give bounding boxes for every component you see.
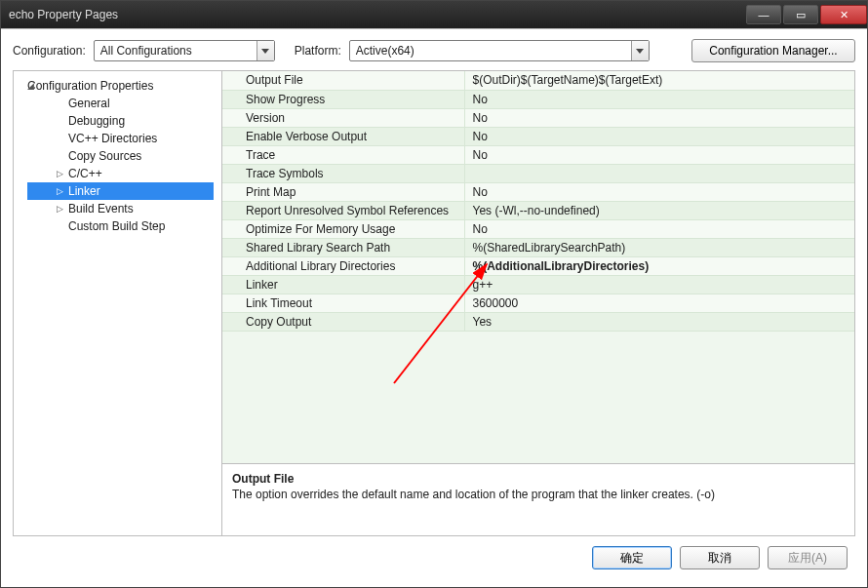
property-value[interactable]: Yes	[464, 312, 854, 331]
property-value[interactable]: No	[464, 219, 854, 238]
property-name: Report Unresolved Symbol References	[222, 201, 464, 219]
property-name: Version	[222, 108, 464, 127]
property-row-additional-lib-dirs[interactable]: Additional Library Directories%(Addition…	[222, 256, 854, 275]
tree-item-label: Build Events	[68, 202, 134, 216]
minimize-button[interactable]: —	[746, 5, 781, 24]
property-row-trace-symbols[interactable]: Trace Symbols	[222, 164, 854, 182]
cancel-button[interactable]: 取消	[680, 546, 760, 569]
property-name: Trace	[222, 145, 464, 164]
property-row-unresolved-references[interactable]: Report Unresolved Symbol ReferencesYes (…	[222, 201, 854, 219]
configuration-combo[interactable]: All Configurations	[94, 40, 275, 61]
property-row-optimize-memory[interactable]: Optimize For Memory UsageNo	[222, 219, 854, 238]
help-title: Output File	[232, 472, 845, 486]
nav-tree[interactable]: ◢ Configuration Properties General Debug…	[14, 71, 222, 535]
tree-item-label: Custom Build Step	[68, 219, 165, 233]
expander-expand-icon[interactable]: ▷	[55, 204, 64, 214]
property-row-show-progress[interactable]: Show ProgressNo	[222, 90, 854, 108]
property-name: Link Timeout	[222, 294, 464, 312]
property-name: Enable Verbose Output	[222, 127, 464, 145]
property-value[interactable]: $(OutDir)$(TargetName)$(TargetExt)	[464, 71, 854, 90]
property-value[interactable]: Yes (-Wl,--no-undefined)	[464, 201, 854, 219]
tree-item-label: General	[68, 97, 110, 110]
window-titlebar: echo Property Pages — ▭ ✕	[1, 1, 867, 28]
property-value[interactable]: No	[464, 108, 854, 127]
platform-combo[interactable]: Active(x64)	[349, 40, 650, 61]
tree-item-label: Copy Sources	[68, 149, 141, 163]
property-name: Print Map	[222, 182, 464, 201]
configuration-combo-value: All Configurations	[95, 44, 198, 58]
platform-combo-value: Active(x64)	[350, 44, 420, 58]
tree-item-label: Configuration Properties	[27, 79, 153, 93]
tree-item-vcpp-directories[interactable]: VC++ Directories	[27, 130, 214, 147]
configuration-label: Configuration:	[13, 44, 86, 58]
tree-item-custom-build-step[interactable]: Custom Build Step	[27, 217, 214, 235]
property-grid[interactable]: Output File$(OutDir)$(TargetName)$(Targe…	[222, 71, 854, 463]
window-title: echo Property Pages	[9, 8, 744, 21]
help-panel: Output File The option overrides the def…	[222, 463, 854, 535]
expander-expand-icon[interactable]: ▷	[55, 186, 64, 196]
property-row-copy-output[interactable]: Copy OutputYes	[222, 312, 854, 331]
property-name: Shared Library Search Path	[222, 238, 464, 256]
chevron-down-icon	[631, 41, 649, 60]
property-value[interactable]: 3600000	[464, 294, 854, 312]
property-name: Additional Library Directories	[222, 256, 464, 275]
tree-item-general[interactable]: General	[27, 95, 214, 112]
property-value[interactable]: No	[464, 145, 854, 164]
property-name: Output File	[222, 71, 464, 90]
platform-label: Platform:	[295, 44, 341, 58]
tree-item-label: C/C++	[68, 167, 102, 180]
property-row-trace[interactable]: TraceNo	[222, 145, 854, 164]
property-name: Copy Output	[222, 312, 464, 331]
property-value[interactable]: No	[464, 90, 854, 108]
help-body: The option overrides the default name an…	[232, 488, 845, 501]
property-row-output-file[interactable]: Output File$(OutDir)$(TargetName)$(Targe…	[222, 71, 854, 90]
property-row-shared-lib-path[interactable]: Shared Library Search Path%(SharedLibrar…	[222, 238, 854, 256]
property-value[interactable]: %(AdditionalLibraryDirectories)	[464, 256, 854, 275]
maximize-button[interactable]: ▭	[783, 5, 818, 24]
property-value[interactable]	[464, 164, 854, 182]
apply-button[interactable]: 应用(A)	[768, 546, 848, 569]
property-value[interactable]: g++	[464, 275, 854, 294]
configuration-bar: Configuration: All Configurations Platfo…	[13, 39, 855, 62]
property-row-version[interactable]: VersionNo	[222, 108, 854, 127]
property-name: Trace Symbols	[222, 164, 464, 182]
property-value[interactable]: %(SharedLibrarySearchPath)	[464, 238, 854, 256]
tree-root-configuration-properties[interactable]: ◢ Configuration Properties General Debug…	[18, 77, 217, 237]
tree-item-c-cpp[interactable]: ▷C/C++	[27, 165, 214, 182]
expander-expand-icon[interactable]: ▷	[55, 169, 64, 178]
property-name: Show Progress	[222, 90, 464, 108]
property-value[interactable]: No	[464, 182, 854, 201]
tree-item-linker[interactable]: ▷Linker	[27, 182, 214, 200]
ok-button[interactable]: 确定	[592, 546, 672, 569]
tree-item-label: VC++ Directories	[68, 132, 157, 145]
tree-item-label: Linker	[68, 184, 100, 198]
property-row-verbose[interactable]: Enable Verbose OutputNo	[222, 127, 854, 145]
chevron-down-icon	[256, 41, 274, 60]
property-row-link-timeout[interactable]: Link Timeout3600000	[222, 294, 854, 312]
property-row-linker[interactable]: Linkerg++	[222, 275, 854, 294]
dialog-buttons: 确定 取消 应用(A)	[13, 536, 855, 577]
property-name: Linker	[222, 275, 464, 294]
tree-item-label: Debugging	[68, 114, 125, 128]
close-button[interactable]: ✕	[820, 5, 867, 24]
configuration-manager-button[interactable]: Configuration Manager...	[691, 39, 855, 62]
property-value[interactable]: No	[464, 127, 854, 145]
tree-item-build-events[interactable]: ▷Build Events	[27, 200, 214, 217]
property-name: Optimize For Memory Usage	[222, 219, 464, 238]
expander-collapse-icon[interactable]: ◢	[25, 81, 35, 91]
property-row-print-map[interactable]: Print MapNo	[222, 182, 854, 201]
tree-item-copy-sources[interactable]: Copy Sources	[27, 147, 214, 165]
tree-item-debugging[interactable]: Debugging	[27, 112, 214, 130]
